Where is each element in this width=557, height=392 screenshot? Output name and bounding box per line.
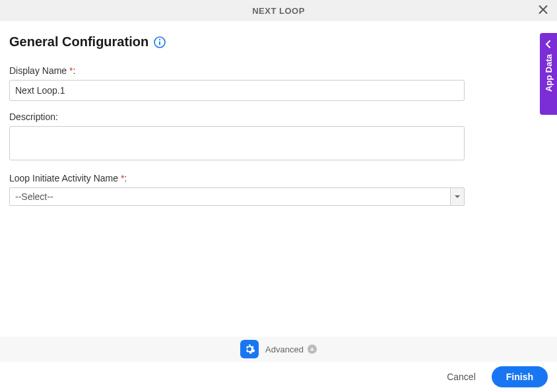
label-colon: :	[124, 173, 127, 183]
display-name-field: Display Name *:	[9, 65, 548, 101]
svg-rect-2	[159, 41, 160, 45]
select-dropdown-button[interactable]	[450, 187, 465, 206]
chevron-down-icon	[455, 195, 460, 198]
section-title-text: General Configuration	[9, 34, 148, 49]
advanced-bar: Advanced +	[0, 337, 557, 362]
loop-initiate-field: Loop Initiate Activity Name *: --Select-…	[9, 173, 548, 206]
cancel-button[interactable]: Cancel	[442, 366, 481, 387]
loop-initiate-label: Loop Initiate Activity Name *:	[9, 173, 548, 183]
description-input[interactable]	[9, 126, 465, 160]
display-name-input[interactable]	[9, 80, 465, 101]
close-icon[interactable]	[536, 1, 550, 20]
select-value[interactable]: --Select--	[9, 187, 450, 206]
description-field: Description:	[9, 112, 548, 162]
plus-icon: +	[308, 344, 317, 354]
description-label: Description:	[9, 112, 548, 122]
advanced-label-text: Advanced	[265, 344, 304, 354]
loop-initiate-select[interactable]: --Select--	[9, 187, 465, 206]
info-icon[interactable]	[154, 36, 166, 48]
dialog-title: NEXT LOOP	[0, 6, 557, 16]
finish-button[interactable]: Finish	[492, 366, 548, 387]
display-name-label-text: Display Name	[9, 65, 67, 76]
loop-initiate-label-text: Loop Initiate Activity Name	[9, 173, 118, 183]
app-data-label: App Data	[544, 54, 554, 92]
advanced-toggle[interactable]: Advanced +	[265, 344, 317, 354]
app-data-tab[interactable]: App Data	[540, 33, 557, 115]
dialog-header: NEXT LOOP	[0, 0, 557, 21]
display-name-label: Display Name *:	[9, 65, 548, 76]
svg-point-1	[159, 39, 160, 40]
gear-icon[interactable]	[240, 340, 259, 358]
label-colon: :	[73, 65, 75, 76]
chevron-left-icon	[545, 40, 552, 50]
footer-actions: Cancel Finish	[0, 362, 557, 392]
content-area: General Configuration Display Name *: De…	[0, 21, 557, 206]
section-title: General Configuration	[9, 34, 166, 49]
